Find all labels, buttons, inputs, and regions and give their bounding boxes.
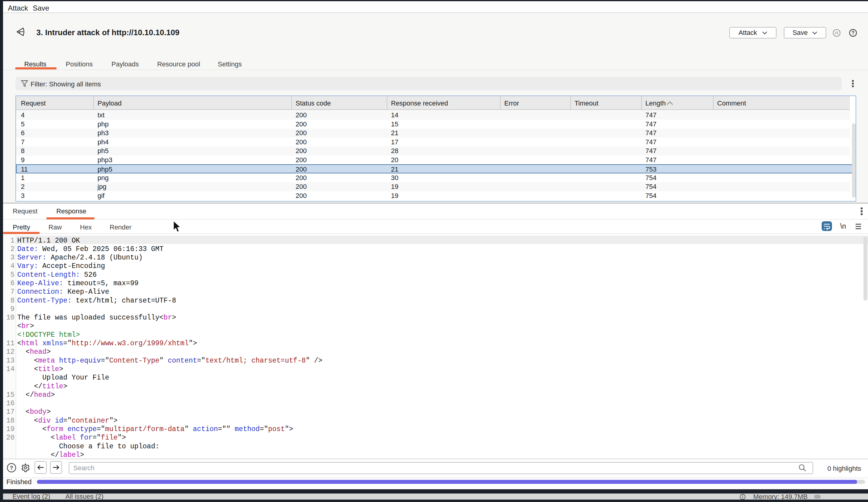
svg-text:?: ?: [10, 465, 13, 471]
svg-text:?: ?: [852, 30, 855, 36]
